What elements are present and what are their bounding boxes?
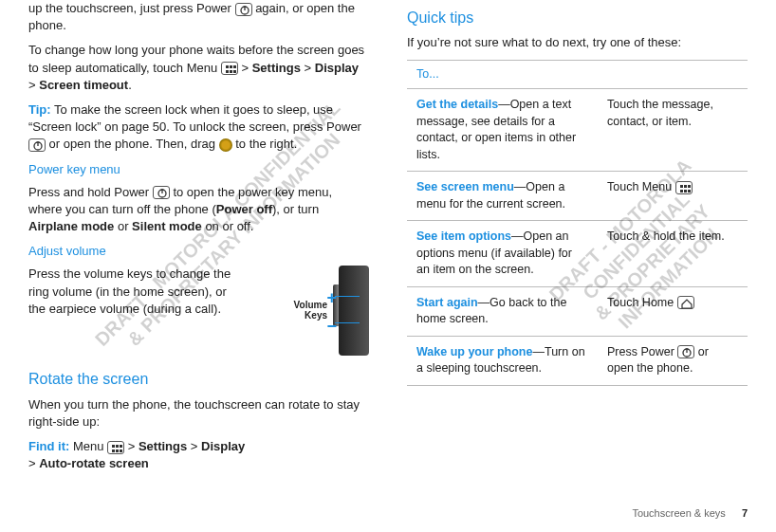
- callout-line: [335, 322, 360, 323]
- svg-rect-15: [112, 449, 115, 452]
- power-icon: [235, 3, 252, 16]
- text: >: [301, 61, 315, 75]
- power-icon: [153, 186, 170, 199]
- row-action: Touch Home: [598, 286, 748, 336]
- volume-figure: Volume Keys + −: [241, 266, 369, 356]
- text: Touch Home: [607, 296, 677, 309]
- table-row: See item options—Open an options menu (i…: [407, 221, 748, 287]
- text: ), or turn: [272, 202, 319, 216]
- text: >: [187, 439, 201, 453]
- svg-rect-5: [226, 70, 229, 73]
- svg-rect-20: [688, 185, 691, 188]
- svg-rect-14: [120, 445, 122, 448]
- text: >: [238, 61, 252, 75]
- quick-tips-table: To... Get the details—Open a text messag…: [407, 60, 748, 386]
- row-head: See item options: [416, 229, 511, 243]
- text: >: [124, 439, 139, 453]
- svg-rect-7: [233, 70, 236, 73]
- text: to the right.: [232, 137, 298, 151]
- svg-rect-21: [680, 190, 683, 193]
- silent-label: Silent mode: [132, 219, 202, 233]
- tip-label: Tip:: [28, 102, 51, 117]
- table-header: To...: [407, 60, 748, 89]
- phone-side-graphic: [339, 266, 369, 356]
- page-number: 7: [742, 507, 748, 519]
- para-power-menu: Press and hold Power to open the power k…: [28, 184, 369, 236]
- text: on or off.: [202, 219, 254, 233]
- text: up the touchscreen, just press Power: [28, 1, 235, 15]
- para-tip: Tip: To make the screen lock when it goe…: [28, 101, 369, 154]
- volume-minus-icon: −: [326, 315, 337, 339]
- display-label: Display: [201, 439, 245, 453]
- table-row: Wake up your phone—Turn on a sleeping to…: [407, 336, 748, 385]
- power-off-label: Power off: [216, 202, 272, 216]
- page-footer: Touchscreen & keys 7: [632, 506, 748, 521]
- table-row: Get the details—Open a text message, see…: [407, 89, 748, 172]
- text: Touch Menu: [607, 180, 675, 193]
- svg-rect-2: [226, 65, 229, 68]
- callout-line: [335, 296, 360, 297]
- row-desc: Start again—Go back to the home screen.: [407, 286, 598, 336]
- text: or: [114, 219, 132, 233]
- row-head: Start again: [416, 296, 478, 309]
- text: or open the phone. Then, drag: [46, 137, 219, 151]
- para-timeout: To change how long your phone waits befo…: [28, 42, 369, 94]
- text: To make the screen lock when it goes to …: [28, 102, 361, 134]
- power-icon: [677, 345, 694, 358]
- row-head: Get the details: [416, 98, 498, 111]
- para-rotate: When you turn the phone, the touchscreen…: [28, 396, 369, 431]
- table-row: See screen menu—Open a menu for the curr…: [407, 172, 748, 221]
- home-icon: [677, 296, 694, 309]
- autorotate-label: Auto-rotate screen: [39, 456, 149, 470]
- svg-rect-4: [233, 65, 236, 68]
- airplane-label: Airplane mode: [28, 219, 114, 233]
- svg-rect-12: [112, 445, 115, 448]
- footer-section: Touchscreen & keys: [632, 507, 725, 519]
- row-action: Touch & hold the item.: [598, 221, 748, 287]
- text: >: [28, 78, 39, 92]
- text: Press Power: [607, 345, 677, 358]
- heading-power-menu: Power key menu: [28, 161, 369, 178]
- row-desc: Wake up your phone—Turn on a sleeping to…: [407, 336, 598, 385]
- power-icon: [28, 138, 46, 152]
- heading-rotate: Rotate the screen: [28, 369, 369, 390]
- settings-label: Settings: [252, 61, 301, 75]
- svg-rect-19: [684, 185, 687, 188]
- right-column: Quick tips If you’re not sure what to do…: [407, 0, 748, 481]
- text: .: [128, 78, 132, 92]
- svg-rect-18: [680, 185, 683, 188]
- row-head: See screen menu: [416, 180, 514, 193]
- svg-rect-23: [688, 190, 691, 193]
- svg-rect-3: [230, 65, 232, 68]
- table-header-row: To...: [407, 60, 748, 89]
- menu-icon: [675, 181, 693, 194]
- text: Press and hold Power: [28, 185, 153, 199]
- settings-label: Settings: [139, 439, 187, 453]
- quick-tips-intro: If you’re not sure what to do next, try …: [407, 34, 748, 51]
- findit-label: Find it:: [28, 439, 69, 453]
- row-desc: See item options—Open an options menu (i…: [407, 221, 598, 287]
- row-desc: See screen menu—Open a menu for the curr…: [407, 172, 598, 221]
- heading-volume: Adjust volume: [28, 243, 369, 260]
- svg-rect-13: [116, 445, 119, 448]
- row-action: Press Power or open the phone.: [598, 336, 748, 385]
- svg-rect-22: [684, 190, 687, 193]
- menu-icon: [221, 62, 238, 75]
- volume-keys-label: Volume Keys: [294, 300, 327, 321]
- text: >: [28, 456, 39, 470]
- display-label: Display: [315, 61, 359, 75]
- volume-plus-icon: +: [326, 286, 337, 310]
- menu-icon: [107, 441, 124, 454]
- row-desc: Get the details—Open a text message, see…: [407, 89, 598, 172]
- timeout-label: Screen timeout: [39, 78, 128, 92]
- row-action: Touch Menu: [598, 172, 748, 221]
- svg-rect-6: [230, 70, 232, 73]
- svg-rect-17: [120, 449, 122, 452]
- row-action: Touch the message, contact, or item.: [598, 89, 748, 172]
- text: Menu: [69, 439, 107, 453]
- table-row: Start again—Go back to the home screen. …: [407, 286, 748, 336]
- row-head: Wake up your phone: [416, 345, 532, 358]
- lock-icon: [219, 138, 232, 152]
- svg-rect-16: [116, 449, 119, 452]
- para-findit: Find it: Menu > Settings > Display > Aut…: [28, 438, 369, 472]
